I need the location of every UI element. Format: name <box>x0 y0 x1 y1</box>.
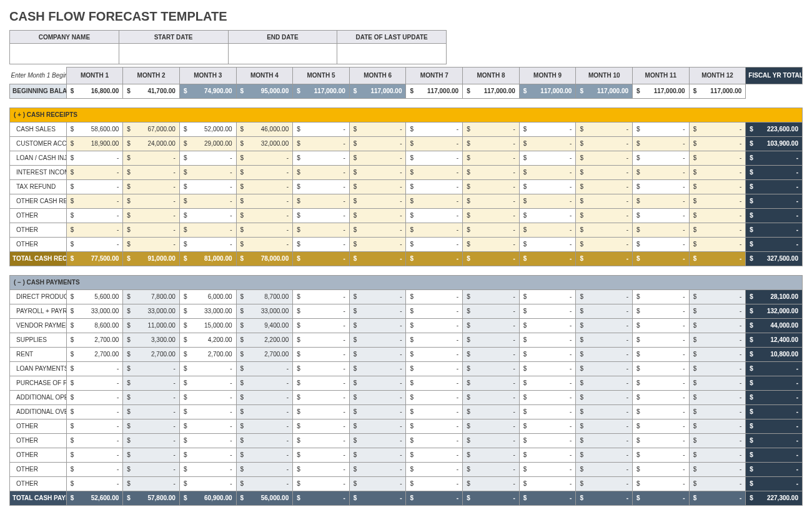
receipt-cell[interactable]: $- <box>519 179 576 194</box>
receipt-cell[interactable]: $- <box>349 165 406 179</box>
receipt-cell[interactable]: $- <box>236 208 293 223</box>
receipt-cell[interactable]: $- <box>349 179 406 194</box>
receipt-cell[interactable]: $- <box>123 237 180 251</box>
receipt-cell[interactable]: $- <box>633 194 690 208</box>
receipt-cell[interactable]: $- <box>123 151 180 165</box>
payment-cell[interactable]: $- <box>349 448 406 462</box>
payment-cell[interactable]: $- <box>519 433 576 448</box>
payment-cell[interactable]: $- <box>293 376 350 390</box>
receipt-cell[interactable]: $67,000.00 <box>123 122 180 136</box>
receipt-cell[interactable]: $- <box>689 151 746 165</box>
receipt-cell[interactable]: $- <box>349 237 406 251</box>
receipt-cell[interactable]: $- <box>576 194 633 208</box>
payment-cell[interactable]: $- <box>576 347 633 361</box>
beginning-balance-value[interactable]: $117,000.00 <box>519 84 576 98</box>
beginning-balance-value[interactable]: $117,000.00 <box>689 84 746 98</box>
payment-cell[interactable]: $- <box>406 347 463 361</box>
payment-cell[interactable]: $- <box>179 419 236 433</box>
payment-cell[interactable]: $33,000.00 <box>236 304 293 318</box>
payment-cell[interactable]: $- <box>689 333 746 347</box>
receipt-cell[interactable]: $- <box>576 179 633 194</box>
payment-cell[interactable]: $- <box>349 289 406 304</box>
receipt-cell[interactable]: $- <box>576 208 633 223</box>
receipt-cell[interactable]: $- <box>463 237 520 251</box>
payment-cell[interactable]: $- <box>633 448 690 462</box>
receipt-cell[interactable]: $- <box>463 179 520 194</box>
payment-cell[interactable]: $- <box>576 333 633 347</box>
payment-cell[interactable]: $- <box>463 419 520 433</box>
payment-cell[interactable]: $- <box>293 404 350 419</box>
payment-cell[interactable]: $8,700.00 <box>236 289 293 304</box>
payment-cell[interactable]: $- <box>66 390 123 404</box>
receipt-cell[interactable]: $- <box>689 136 746 151</box>
receipt-cell[interactable]: $- <box>519 165 576 179</box>
payment-cell[interactable]: $- <box>633 433 690 448</box>
receipt-cell[interactable]: $- <box>519 136 576 151</box>
payment-cell[interactable]: $- <box>293 419 350 433</box>
beginning-balance-value[interactable]: $117,000.00 <box>349 84 406 98</box>
payment-cell[interactable]: $- <box>576 390 633 404</box>
company-name-cell[interactable] <box>10 44 119 64</box>
payment-cell[interactable]: $- <box>576 318 633 333</box>
payment-cell[interactable]: $- <box>293 318 350 333</box>
receipt-cell[interactable]: $- <box>463 208 520 223</box>
receipt-cell[interactable]: $- <box>406 179 463 194</box>
receipt-cell[interactable]: $- <box>633 165 690 179</box>
payment-cell[interactable]: $- <box>236 376 293 390</box>
payment-cell[interactable]: $- <box>689 433 746 448</box>
payment-cell[interactable]: $4,200.00 <box>179 333 236 347</box>
payment-cell[interactable]: $6,000.00 <box>179 289 236 304</box>
receipt-cell[interactable]: $- <box>689 179 746 194</box>
payment-cell[interactable]: $- <box>519 476 576 491</box>
receipt-cell[interactable]: $29,000.00 <box>179 136 236 151</box>
payment-cell[interactable]: $- <box>406 376 463 390</box>
payment-cell[interactable]: $- <box>576 376 633 390</box>
payment-cell[interactable]: $- <box>633 361 690 376</box>
receipt-cell[interactable]: $- <box>633 223 690 237</box>
receipt-cell[interactable]: $- <box>406 136 463 151</box>
receipt-cell[interactable]: $- <box>406 165 463 179</box>
payment-cell[interactable]: $8,600.00 <box>66 318 123 333</box>
receipt-cell[interactable]: $- <box>576 223 633 237</box>
receipt-cell[interactable]: $- <box>633 237 690 251</box>
payment-cell[interactable]: $- <box>463 333 520 347</box>
receipt-cell[interactable]: $- <box>349 223 406 237</box>
receipt-cell[interactable]: $- <box>349 194 406 208</box>
payment-cell[interactable]: $- <box>293 347 350 361</box>
receipt-cell[interactable]: $52,000.00 <box>179 122 236 136</box>
payment-cell[interactable]: $- <box>463 361 520 376</box>
receipt-cell[interactable]: $- <box>179 237 236 251</box>
payment-cell[interactable]: $- <box>406 476 463 491</box>
receipt-cell[interactable]: $- <box>406 223 463 237</box>
receipt-cell[interactable]: $32,000.00 <box>236 136 293 151</box>
payment-cell[interactable]: $- <box>689 376 746 390</box>
payment-cell[interactable]: $2,700.00 <box>123 347 180 361</box>
receipt-cell[interactable]: $- <box>123 165 180 179</box>
payment-cell[interactable]: $- <box>689 390 746 404</box>
payment-cell[interactable]: $- <box>349 433 406 448</box>
payment-cell[interactable]: $- <box>349 304 406 318</box>
receipt-cell[interactable]: $- <box>236 194 293 208</box>
payment-cell[interactable]: $- <box>236 404 293 419</box>
receipt-cell[interactable]: $- <box>66 237 123 251</box>
payment-cell[interactable]: $- <box>406 318 463 333</box>
payment-cell[interactable]: $- <box>179 448 236 462</box>
receipt-cell[interactable]: $- <box>519 223 576 237</box>
payment-cell[interactable]: $- <box>293 390 350 404</box>
payment-cell[interactable]: $- <box>349 361 406 376</box>
receipt-cell[interactable]: $- <box>463 122 520 136</box>
payment-cell[interactable]: $5,600.00 <box>66 289 123 304</box>
payment-cell[interactable]: $- <box>236 476 293 491</box>
payment-cell[interactable]: $- <box>123 448 180 462</box>
payment-cell[interactable]: $- <box>66 419 123 433</box>
payment-cell[interactable]: $- <box>633 476 690 491</box>
payment-cell[interactable]: $- <box>66 404 123 419</box>
receipt-cell[interactable]: $- <box>576 122 633 136</box>
payment-cell[interactable]: $- <box>349 333 406 347</box>
beginning-balance-value[interactable]: $41,700.00 <box>123 84 180 98</box>
receipt-cell[interactable]: $- <box>519 151 576 165</box>
payment-cell[interactable]: $- <box>66 448 123 462</box>
payment-cell[interactable]: $- <box>123 433 180 448</box>
payment-cell[interactable]: $- <box>689 361 746 376</box>
receipt-cell[interactable]: $- <box>349 208 406 223</box>
